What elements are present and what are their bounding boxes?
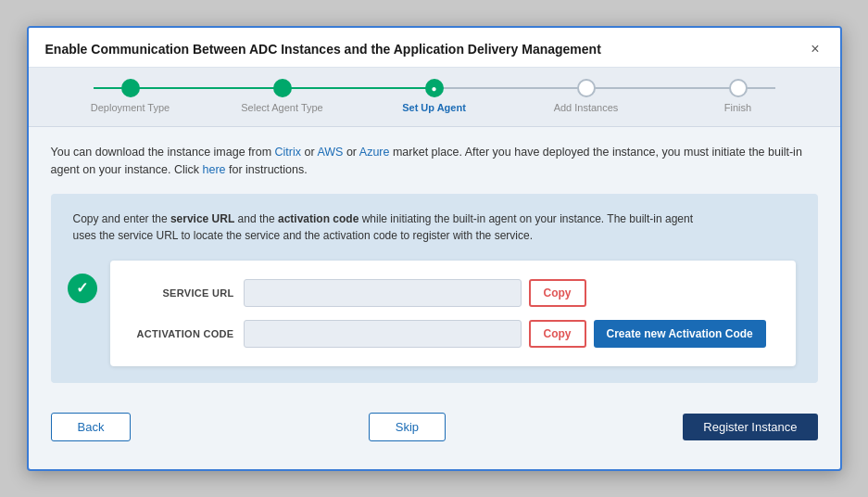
footer-left: Back bbox=[51, 413, 132, 441]
activation-code-row: ACTIVATION CODE Copy Create new Activati… bbox=[132, 320, 774, 348]
modal-body: You can download the instance image from… bbox=[29, 127, 840, 396]
here-link[interactable]: here bbox=[202, 163, 225, 176]
step-setup-agent: ● Set Up Agent bbox=[388, 79, 481, 113]
modal-footer: Back Skip Register Instance bbox=[29, 396, 840, 456]
step-label-setup: Set Up Agent bbox=[402, 102, 466, 113]
register-instance-button[interactable]: Register Instance bbox=[683, 414, 817, 440]
step-label-instances: Add Instances bbox=[554, 102, 619, 113]
step-label-deployment: Deployment Type bbox=[91, 102, 170, 113]
copy-activation-code-button[interactable]: Copy bbox=[529, 320, 586, 348]
skip-button[interactable]: Skip bbox=[369, 413, 446, 441]
copy-service-url-button[interactable]: Copy bbox=[529, 279, 586, 307]
create-activation-code-button[interactable]: Create new Activation Code bbox=[594, 320, 766, 348]
step-add-instances: Add Instances bbox=[540, 79, 633, 113]
azure-link[interactable]: Azure bbox=[359, 146, 390, 159]
aws-link[interactable]: AWS bbox=[317, 146, 343, 159]
citrix-link[interactable]: Citrix bbox=[275, 146, 301, 159]
service-url-row: SERVICE URL Copy bbox=[132, 279, 774, 307]
modal-header: Enable Communication Between ADC Instanc… bbox=[29, 28, 840, 68]
step-dot-finish bbox=[729, 79, 748, 97]
close-button[interactable]: × bbox=[807, 41, 823, 57]
step-dot-agent bbox=[273, 79, 292, 97]
step-select-agent: Select Agent Type bbox=[236, 79, 329, 113]
step-label-agent: Select Agent Type bbox=[241, 102, 322, 113]
steps-row: Deployment Type Select Agent Type ● Set … bbox=[66, 79, 803, 113]
main-modal: Enable Communication Between ADC Instanc… bbox=[27, 26, 842, 471]
content-description: Copy and enter the service URL and the a… bbox=[73, 210, 703, 244]
step-deployment-type: Deployment Type bbox=[84, 79, 177, 113]
content-area: ✓ Copy and enter the service URL and the… bbox=[51, 194, 818, 383]
info-or2: or bbox=[343, 146, 359, 159]
activation-code-label: ACTIVATION CODE bbox=[132, 328, 234, 339]
info-prefix: You can download the instance image from bbox=[51, 146, 275, 159]
info-suffix2: for instructions. bbox=[226, 163, 308, 176]
back-button[interactable]: Back bbox=[51, 413, 132, 441]
green-check-icon: ✓ bbox=[68, 274, 97, 303]
info-or1: or bbox=[301, 146, 317, 159]
step-dot-setup: ● bbox=[425, 79, 444, 97]
activation-code-input[interactable] bbox=[244, 320, 522, 348]
footer-right: Register Instance bbox=[683, 414, 817, 440]
step-dot-deployment bbox=[121, 79, 140, 97]
step-finish: Finish bbox=[692, 79, 785, 113]
steps-bar: Deployment Type Select Agent Type ● Set … bbox=[29, 68, 840, 127]
step-dot-setup-indicator: ● bbox=[431, 83, 436, 94]
modal-title: Enable Communication Between ADC Instanc… bbox=[45, 42, 601, 57]
footer-center: Skip bbox=[369, 413, 446, 441]
fields-card: SERVICE URL Copy ACTIVATION CODE Copy Cr… bbox=[110, 261, 796, 366]
step-dot-instances bbox=[577, 79, 596, 97]
step-label-finish: Finish bbox=[724, 102, 751, 113]
info-text: You can download the instance image from… bbox=[51, 144, 818, 179]
service-url-label: SERVICE URL bbox=[132, 287, 234, 299]
service-url-input[interactable] bbox=[244, 279, 522, 307]
